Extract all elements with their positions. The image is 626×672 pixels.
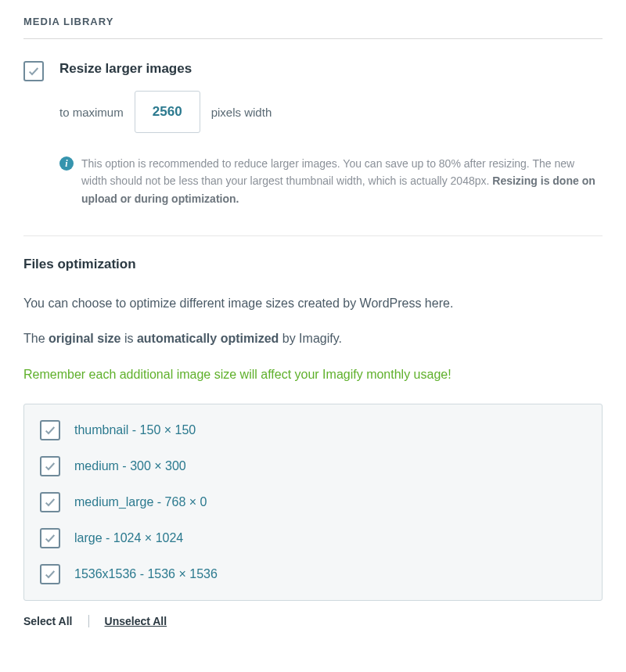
section-header: MEDIA LIBRARY (23, 16, 603, 39)
size-label: thumbnail - 150 × 150 (74, 423, 196, 437)
check-icon (44, 460, 56, 473)
info-icon: i (59, 156, 74, 171)
size-row-1536: 1536x1536 - 1536 × 1536 (40, 564, 586, 584)
size-checkbox-large[interactable] (40, 528, 60, 548)
bottom-actions: Select All Unselect All (23, 601, 603, 627)
resize-input-row: to maximum pixels width (59, 91, 603, 133)
size-checkbox-1536[interactable] (40, 564, 60, 584)
size-label: 1536x1536 - 1536 × 1536 (74, 567, 218, 581)
size-checkbox-medium-large[interactable] (40, 492, 60, 512)
resize-title: Resize larger images (59, 61, 603, 77)
check-icon (44, 496, 56, 508)
check-icon (44, 424, 56, 437)
size-checkbox-thumbnail[interactable] (40, 420, 60, 440)
check-icon (44, 568, 56, 580)
resize-info-text: This option is recommended to reduce lar… (81, 155, 603, 207)
size-row-medium-large: medium_large - 768 × 0 (40, 492, 586, 512)
size-row-medium: medium - 300 × 300 (40, 456, 586, 476)
size-label: large - 1024 × 1024 (74, 531, 183, 545)
action-divider (88, 615, 89, 627)
unselect-all-link[interactable]: Unselect All (105, 615, 167, 627)
divider (23, 235, 603, 236)
size-row-thumbnail: thumbnail - 150 × 150 (40, 420, 586, 440)
resize-checkbox[interactable] (23, 61, 44, 81)
check-icon (27, 65, 40, 77)
files-optimization-descr2: The original size is automatically optim… (23, 328, 603, 349)
sizes-panel: thumbnail - 150 × 150 medium - 300 × 300… (23, 404, 603, 601)
select-all-link[interactable]: Select All (23, 615, 73, 627)
resize-prefix-label: to maximum (59, 106, 124, 119)
size-label: medium_large - 768 × 0 (74, 495, 207, 509)
size-row-large: large - 1024 × 1024 (40, 528, 586, 548)
size-checkbox-medium[interactable] (40, 456, 60, 476)
resize-width-input[interactable] (135, 91, 200, 133)
resize-suffix-label: pixels width (211, 106, 272, 119)
resize-info: i This option is recommended to reduce l… (59, 155, 603, 207)
resize-content: Resize larger images to maximum pixels w… (59, 61, 603, 207)
size-label: medium - 300 × 300 (74, 459, 186, 473)
files-optimization-descr1: You can choose to optimize different ima… (23, 293, 603, 314)
check-icon (44, 532, 56, 544)
files-optimization-warning: Remember each additional image size will… (23, 364, 603, 385)
resize-option-row: Resize larger images to maximum pixels w… (23, 61, 603, 207)
files-optimization-title: Files optimization (23, 257, 603, 272)
